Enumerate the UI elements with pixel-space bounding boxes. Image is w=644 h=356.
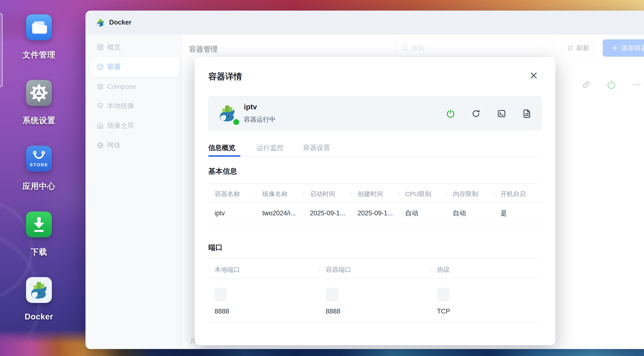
store-tile-text: STORE xyxy=(30,162,48,167)
download-arrow-icon xyxy=(26,212,52,237)
power-icon xyxy=(446,109,455,118)
cell-start-time: 2025-09-1... xyxy=(304,209,351,217)
tab-container-settings[interactable]: 容器设置 xyxy=(303,143,330,152)
section-divider xyxy=(208,183,542,184)
container-details-modal: 容器详情 xyxy=(195,57,555,345)
docker-app-icon xyxy=(96,18,105,27)
column-header: 内存限制 xyxy=(446,190,494,198)
desktop-icon-label: 系统设置 xyxy=(22,115,56,126)
tab-info-overview[interactable]: 信息概览 xyxy=(208,143,235,152)
store-bag-icon: STORE xyxy=(26,146,52,172)
desktop-icon-file-manager[interactable]: 文件管理 xyxy=(13,14,65,60)
column-header: 容器名称 xyxy=(208,190,256,198)
running-status-dot xyxy=(232,118,240,126)
restart-icon xyxy=(471,109,480,118)
cell-create-time: 2025-09-1... xyxy=(351,209,399,217)
ports-table-header: 本地端口 容器端口 协议 xyxy=(208,261,542,279)
placeholder-blob xyxy=(437,288,449,301)
column-header: 开机自启 xyxy=(494,190,542,198)
desktop-icon-label: 下载 xyxy=(31,247,47,257)
desktop-icon-label: 文件管理 xyxy=(22,49,56,60)
tab-divider xyxy=(208,157,542,157)
column-header: CPU限制 xyxy=(399,190,446,198)
column-header: 创建时间 xyxy=(351,190,399,198)
cell-protocol: TCP xyxy=(431,308,542,315)
file-manager-icon xyxy=(26,14,52,40)
cell-container-name: iptv xyxy=(208,209,256,217)
window-title: Docker xyxy=(109,19,132,26)
container-summary-card: iptv 容器运行中 xyxy=(208,96,542,130)
basic-table-row: iptv two2024/i... 2025-09-1... 2025-09-1… xyxy=(208,203,542,224)
container-status: 容器运行中 xyxy=(244,115,276,124)
background-window-edge xyxy=(0,13,2,87)
column-header: 容器端口 xyxy=(319,266,430,274)
window-titlebar[interactable]: Docker xyxy=(86,10,644,35)
desktop-icon-download[interactable]: 下载 xyxy=(13,212,65,257)
ports-section-title: 端口 xyxy=(208,243,223,252)
port-placeholders xyxy=(208,288,542,301)
basic-info-section-title: 基本信息 xyxy=(208,166,237,176)
container-name: iptv xyxy=(244,103,257,111)
close-icon xyxy=(530,71,538,79)
close-button[interactable] xyxy=(528,70,540,81)
document-icon xyxy=(522,109,532,118)
power-button[interactable] xyxy=(445,108,456,119)
window-body: 概览 容器 Compose xyxy=(86,35,644,349)
desktop: 文件管理 xyxy=(0,0,644,356)
modal-title: 容器详情 xyxy=(208,71,242,81)
section-divider xyxy=(208,258,542,258)
docker-whale-icon xyxy=(26,277,52,303)
desktop-icon-system-settings[interactable]: 系统设置 xyxy=(13,80,65,126)
desktop-icon-label: Docker xyxy=(25,312,53,321)
desktop-icon-label: 应用中心 xyxy=(22,181,56,192)
cell-cpu-limit: 自动 xyxy=(399,209,446,218)
active-tab-indicator xyxy=(208,155,240,157)
column-header: 协议 xyxy=(431,266,542,274)
desktop-icon-app-center[interactable]: STORE 应用中心 xyxy=(13,146,65,192)
cell-memory-limit: 自动 xyxy=(446,209,494,218)
docker-window: Docker 概览 xyxy=(86,10,644,349)
placeholder-blob xyxy=(214,288,227,301)
cell-autostart: 是 xyxy=(494,209,542,218)
desktop-icon-docker[interactable]: Docker xyxy=(13,277,65,321)
cell-container-port: 8888 xyxy=(319,308,430,315)
placeholder-blob xyxy=(326,288,338,301)
terminal-button[interactable] xyxy=(496,108,508,119)
column-header: 本地端口 xyxy=(208,266,319,274)
cell-image-name: two2024/i... xyxy=(256,209,304,217)
basic-table-header: 容器名称 镜像名称 启动时间 创建时间 CPU限制 内存限制 开机自启 xyxy=(208,186,542,202)
ports-table-row: 8888 8888 TCP xyxy=(208,301,542,322)
column-header: 启动时间 xyxy=(304,190,351,198)
logs-button[interactable] xyxy=(521,108,533,119)
tab-runtime-monitor[interactable]: 运行监控 xyxy=(256,143,284,152)
cell-local-port: 8888 xyxy=(208,308,319,315)
column-header: 镜像名称 xyxy=(256,190,304,198)
gear-icon xyxy=(26,80,52,106)
terminal-icon xyxy=(497,109,506,118)
restart-button[interactable] xyxy=(470,108,482,119)
